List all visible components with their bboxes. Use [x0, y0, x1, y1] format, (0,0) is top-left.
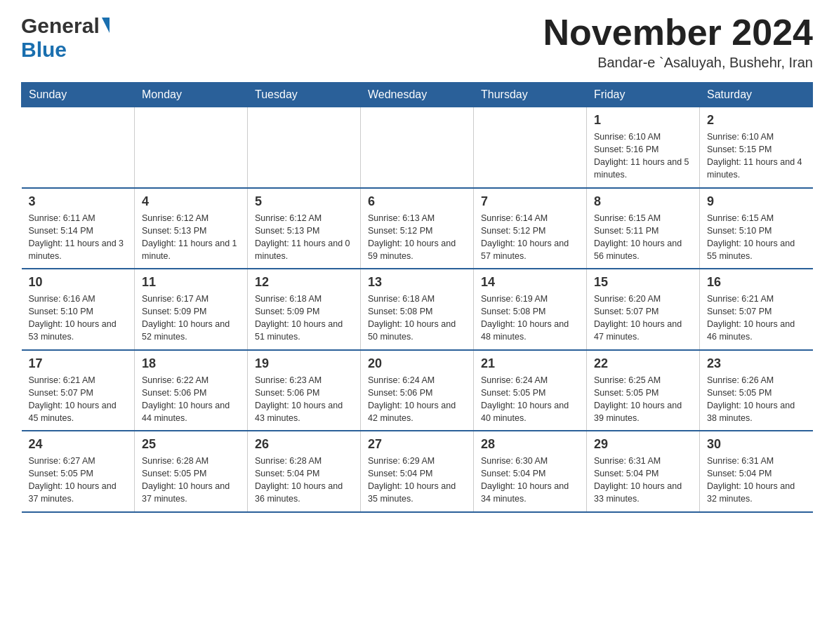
- calendar-table: SundayMondayTuesdayWednesdayThursdayFrid…: [21, 82, 813, 513]
- day-info: Sunrise: 6:20 AMSunset: 5:07 PMDaylight:…: [594, 293, 692, 344]
- day-of-week-header: Saturday: [700, 83, 813, 107]
- day-info: Sunrise: 6:31 AMSunset: 5:04 PMDaylight:…: [594, 455, 692, 506]
- month-title: November 2024: [543, 14, 813, 51]
- calendar-header: SundayMondayTuesdayWednesdayThursdayFrid…: [22, 83, 813, 107]
- day-number: 13: [368, 275, 466, 290]
- calendar-day-cell: 18Sunrise: 6:22 AMSunset: 5:06 PMDayligh…: [135, 350, 248, 431]
- day-number: 22: [594, 356, 692, 371]
- day-info: Sunrise: 6:29 AMSunset: 5:04 PMDaylight:…: [368, 455, 466, 506]
- calendar-day-cell: 10Sunrise: 6:16 AMSunset: 5:10 PMDayligh…: [22, 269, 135, 350]
- day-info: Sunrise: 6:26 AMSunset: 5:05 PMDaylight:…: [707, 374, 806, 425]
- logo-area: General Blue: [21, 14, 110, 62]
- day-number: 4: [142, 194, 240, 209]
- calendar-day-cell: 5Sunrise: 6:12 AMSunset: 5:13 PMDaylight…: [248, 188, 361, 269]
- calendar-day-cell: 1Sunrise: 6:10 AMSunset: 5:16 PMDaylight…: [587, 107, 700, 188]
- calendar-day-cell: 28Sunrise: 6:30 AMSunset: 5:04 PMDayligh…: [474, 431, 587, 512]
- day-info: Sunrise: 6:23 AMSunset: 5:06 PMDaylight:…: [255, 374, 353, 425]
- day-number: 21: [481, 356, 579, 371]
- calendar-week-row: 1Sunrise: 6:10 AMSunset: 5:16 PMDaylight…: [22, 107, 813, 188]
- day-number: 7: [481, 194, 579, 209]
- day-info: Sunrise: 6:18 AMSunset: 5:09 PMDaylight:…: [255, 293, 353, 344]
- calendar-day-cell: 21Sunrise: 6:24 AMSunset: 5:05 PMDayligh…: [474, 350, 587, 431]
- calendar-day-cell: 23Sunrise: 6:26 AMSunset: 5:05 PMDayligh…: [700, 350, 813, 431]
- day-info: Sunrise: 6:21 AMSunset: 5:07 PMDaylight:…: [707, 293, 806, 344]
- day-info: Sunrise: 6:19 AMSunset: 5:08 PMDaylight:…: [481, 293, 579, 344]
- location-subtitle: Bandar-e `Asaluyah, Bushehr, Iran: [543, 55, 813, 71]
- calendar-day-cell: 11Sunrise: 6:17 AMSunset: 5:09 PMDayligh…: [135, 269, 248, 350]
- day-number: 20: [368, 356, 466, 371]
- calendar-day-cell: 13Sunrise: 6:18 AMSunset: 5:08 PMDayligh…: [361, 269, 474, 350]
- calendar-day-cell: 12Sunrise: 6:18 AMSunset: 5:09 PMDayligh…: [248, 269, 361, 350]
- day-number: 2: [707, 113, 806, 128]
- day-number: 27: [368, 437, 466, 452]
- day-info: Sunrise: 6:28 AMSunset: 5:04 PMDaylight:…: [255, 455, 353, 506]
- calendar-day-cell: [361, 107, 474, 188]
- calendar-week-row: 24Sunrise: 6:27 AMSunset: 5:05 PMDayligh…: [22, 431, 813, 512]
- day-info: Sunrise: 6:17 AMSunset: 5:09 PMDaylight:…: [142, 293, 240, 344]
- calendar-body: 1Sunrise: 6:10 AMSunset: 5:16 PMDaylight…: [22, 107, 813, 512]
- day-info: Sunrise: 6:13 AMSunset: 5:12 PMDaylight:…: [368, 212, 466, 263]
- day-info: Sunrise: 6:24 AMSunset: 5:05 PMDaylight:…: [481, 374, 579, 425]
- calendar-week-row: 10Sunrise: 6:16 AMSunset: 5:10 PMDayligh…: [22, 269, 813, 350]
- calendar-day-cell: 8Sunrise: 6:15 AMSunset: 5:11 PMDaylight…: [587, 188, 700, 269]
- calendar-week-row: 17Sunrise: 6:21 AMSunset: 5:07 PMDayligh…: [22, 350, 813, 431]
- calendar-day-cell: 27Sunrise: 6:29 AMSunset: 5:04 PMDayligh…: [361, 431, 474, 512]
- day-number: 17: [29, 356, 128, 371]
- day-number: 24: [29, 437, 128, 452]
- calendar-day-cell: 6Sunrise: 6:13 AMSunset: 5:12 PMDaylight…: [361, 188, 474, 269]
- day-number: 26: [255, 437, 353, 452]
- day-info: Sunrise: 6:16 AMSunset: 5:10 PMDaylight:…: [29, 293, 128, 344]
- logo-general-text: General: [21, 14, 100, 38]
- calendar-day-cell: 4Sunrise: 6:12 AMSunset: 5:13 PMDaylight…: [135, 188, 248, 269]
- calendar-day-cell: 29Sunrise: 6:31 AMSunset: 5:04 PMDayligh…: [587, 431, 700, 512]
- day-of-week-header: Wednesday: [361, 83, 474, 107]
- calendar-day-cell: 25Sunrise: 6:28 AMSunset: 5:05 PMDayligh…: [135, 431, 248, 512]
- day-number: 15: [594, 275, 692, 290]
- day-info: Sunrise: 6:12 AMSunset: 5:13 PMDaylight:…: [142, 212, 240, 263]
- day-number: 16: [707, 275, 806, 290]
- calendar-day-cell: 26Sunrise: 6:28 AMSunset: 5:04 PMDayligh…: [248, 431, 361, 512]
- day-info: Sunrise: 6:31 AMSunset: 5:04 PMDaylight:…: [707, 455, 806, 506]
- page-header: General Blue November 2024 Bandar-e `Asa…: [21, 14, 813, 71]
- day-number: 25: [142, 437, 240, 452]
- calendar-day-cell: 7Sunrise: 6:14 AMSunset: 5:12 PMDaylight…: [474, 188, 587, 269]
- day-number: 28: [481, 437, 579, 452]
- logo-blue-text: Blue: [21, 38, 67, 61]
- day-number: 12: [255, 275, 353, 290]
- day-info: Sunrise: 6:27 AMSunset: 5:05 PMDaylight:…: [29, 455, 128, 506]
- day-number: 11: [142, 275, 240, 290]
- calendar-day-cell: 20Sunrise: 6:24 AMSunset: 5:06 PMDayligh…: [361, 350, 474, 431]
- day-info: Sunrise: 6:22 AMSunset: 5:06 PMDaylight:…: [142, 374, 240, 425]
- calendar-day-cell: 19Sunrise: 6:23 AMSunset: 5:06 PMDayligh…: [248, 350, 361, 431]
- day-info: Sunrise: 6:14 AMSunset: 5:12 PMDaylight:…: [481, 212, 579, 263]
- day-number: 8: [594, 194, 692, 209]
- day-number: 30: [707, 437, 806, 452]
- day-number: 9: [707, 194, 806, 209]
- calendar-day-cell: 16Sunrise: 6:21 AMSunset: 5:07 PMDayligh…: [700, 269, 813, 350]
- day-info: Sunrise: 6:21 AMSunset: 5:07 PMDaylight:…: [29, 374, 128, 425]
- calendar-day-cell: [248, 107, 361, 188]
- calendar-day-cell: [22, 107, 135, 188]
- calendar-day-cell: 2Sunrise: 6:10 AMSunset: 5:15 PMDaylight…: [700, 107, 813, 188]
- calendar-day-cell: 14Sunrise: 6:19 AMSunset: 5:08 PMDayligh…: [474, 269, 587, 350]
- day-info: Sunrise: 6:24 AMSunset: 5:06 PMDaylight:…: [368, 374, 466, 425]
- day-of-week-header: Thursday: [474, 83, 587, 107]
- day-number: 6: [368, 194, 466, 209]
- day-info: Sunrise: 6:18 AMSunset: 5:08 PMDaylight:…: [368, 293, 466, 344]
- day-of-week-header: Tuesday: [248, 83, 361, 107]
- day-number: 5: [255, 194, 353, 209]
- calendar-day-cell: [474, 107, 587, 188]
- day-info: Sunrise: 6:10 AMSunset: 5:16 PMDaylight:…: [594, 130, 692, 182]
- day-info: Sunrise: 6:12 AMSunset: 5:13 PMDaylight:…: [255, 212, 353, 263]
- day-number: 14: [481, 275, 579, 290]
- day-number: 10: [29, 275, 128, 290]
- day-of-week-header: Monday: [135, 83, 248, 107]
- day-info: Sunrise: 6:30 AMSunset: 5:04 PMDaylight:…: [481, 455, 579, 506]
- day-number: 18: [142, 356, 240, 371]
- logo-triangle-icon: [102, 18, 110, 33]
- calendar-day-cell: [135, 107, 248, 188]
- day-number: 23: [707, 356, 806, 371]
- day-info: Sunrise: 6:28 AMSunset: 5:05 PMDaylight:…: [142, 455, 240, 506]
- calendar-day-cell: 30Sunrise: 6:31 AMSunset: 5:04 PMDayligh…: [700, 431, 813, 512]
- day-number: 3: [29, 194, 128, 209]
